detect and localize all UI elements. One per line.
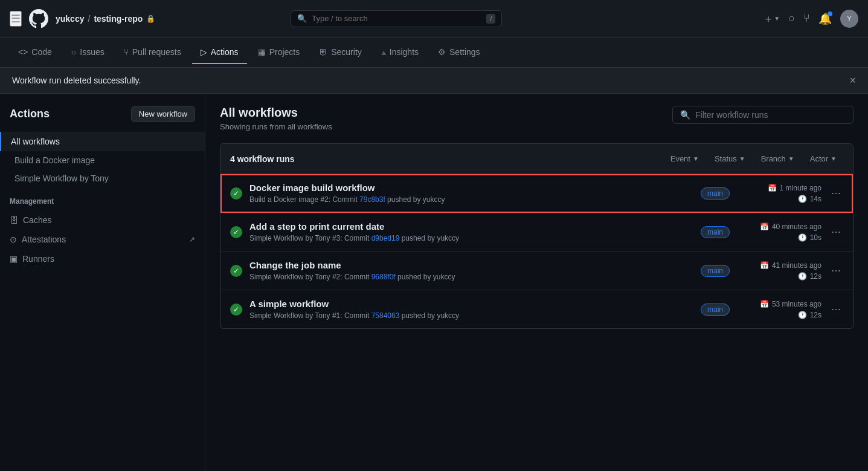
repo-link[interactable]: testing-repo [94, 14, 143, 24]
new-button[interactable]: ＋ ▼ [763, 11, 780, 26]
calendar-icon: 📅 [760, 223, 769, 231]
search-bar[interactable]: 🔍 / [291, 10, 502, 27]
filter-actor-label: Actor [810, 154, 828, 163]
sidebar-item-simple-workflow[interactable]: Simple Workflow by Tony [0, 169, 205, 187]
tab-insights-label: Insights [390, 47, 419, 57]
runners-label: Runners [22, 254, 54, 264]
run-subtitle: Build a Docker image #2: Commit 79c8b3f … [249, 195, 693, 204]
username-link[interactable]: yukccy [56, 14, 84, 24]
run-actions-button[interactable]: ⋯ [829, 262, 843, 279]
run-duration-value: 12s [810, 272, 821, 281]
repo-tabs: <> Code ○ Issues ⑂ Pull requests ▷ Actio… [0, 37, 868, 68]
run-subtitle: Simple Workflow by Tony #1: Commit 75840… [249, 311, 693, 320]
row-meta: 📅 1 minute ago 🕐 14s [737, 184, 821, 203]
settings-icon: ⚙ [438, 47, 446, 57]
tab-security[interactable]: ⛨ Security [310, 41, 370, 64]
banner-message: Workflow run deleted successfully. [12, 76, 141, 85]
run-actions-button[interactable]: ⋯ [829, 185, 843, 201]
row-meta: 📅 40 minutes ago 🕐 10s [737, 223, 821, 242]
row-meta: 📅 53 minutes ago 🕐 12s [737, 300, 821, 319]
filter-status-button[interactable]: Status ▼ [708, 151, 752, 166]
filter-event-button[interactable]: Event ▼ [664, 151, 706, 166]
sidebar-item-build-docker[interactable]: Build a Docker image [0, 151, 205, 169]
projects-icon: ▦ [258, 47, 266, 57]
run-duration: 🕐 12s [798, 272, 821, 281]
tab-pull-requests[interactable]: ⑂ Pull requests [115, 41, 190, 64]
filter-branch-chevron: ▼ [788, 155, 794, 162]
calendar-icon: 📅 [760, 261, 769, 270]
filter-event-label: Event [670, 154, 690, 163]
success-banner: Workflow run deleted successfully. × [0, 68, 868, 94]
github-logo [29, 9, 48, 28]
filter-actor-chevron: ▼ [831, 155, 837, 162]
run-duration-value: 14s [810, 195, 821, 203]
run-time-value: 53 minutes ago [772, 300, 821, 308]
sidebar-item-caches[interactable]: 🗄 Caches [0, 210, 205, 230]
pull-requests-button[interactable]: ⑂ [803, 12, 810, 25]
content-title-group: All workflows Showing runs from all work… [220, 106, 332, 131]
workflow-run-row[interactable]: ✓ A simple workflow Simple Workflow by T… [220, 290, 853, 328]
filter-actor-button[interactable]: Actor ▼ [803, 151, 843, 166]
tab-security-label: Security [331, 47, 362, 57]
sidebar: Actions New workflow All workflows Build… [0, 94, 205, 470]
tab-issues[interactable]: ○ Issues [63, 41, 113, 64]
filter-search-bar[interactable]: 🔍 [672, 106, 854, 124]
search-input[interactable] [312, 14, 481, 23]
clock-icon: 🕐 [798, 272, 807, 281]
run-duration-value: 12s [810, 311, 821, 319]
filter-search-icon: 🔍 [680, 110, 690, 120]
commit-link[interactable]: 9688f0f [371, 273, 396, 281]
row-content: Docker image build workflow Build a Dock… [249, 183, 693, 204]
filter-status-label: Status [715, 154, 737, 163]
avatar[interactable]: Y [840, 10, 858, 28]
sidebar-item-all-workflows[interactable]: All workflows [0, 132, 205, 151]
run-time-value: 1 minute ago [780, 184, 821, 192]
tab-code[interactable]: <> Code [10, 41, 60, 64]
issues-button[interactable]: ○ [788, 12, 795, 25]
banner-close-button[interactable]: × [849, 75, 856, 86]
tab-projects-label: Projects [269, 47, 300, 57]
tab-actions[interactable]: ▷ Actions [192, 41, 247, 64]
hamburger-button[interactable]: ☰ [10, 11, 22, 27]
workflow-table: 4 workflow runs Event ▼ Status ▼ Branch … [220, 143, 854, 329]
run-actions-button[interactable]: ⋯ [829, 301, 843, 317]
run-actions-button[interactable]: ⋯ [829, 224, 843, 240]
tab-insights[interactable]: ⟁ Insights [373, 41, 427, 64]
caches-icon: 🗄 [10, 215, 18, 225]
topnav-right: ＋ ▼ ○ ⑂ 🔔 Y [763, 10, 858, 28]
notifications-button[interactable]: 🔔 [818, 12, 832, 25]
sidebar-header: Actions New workflow [0, 106, 205, 132]
code-icon: <> [18, 47, 28, 57]
run-duration: 🕐 10s [798, 233, 821, 242]
run-time: 📅 40 minutes ago [760, 223, 821, 231]
sidebar-item-attestations[interactable]: ⊙ Attestations ↗ [0, 230, 205, 249]
run-duration: 🕐 14s [798, 195, 821, 203]
branch-badge: main [701, 226, 730, 238]
workflow-rows: ✓ Docker image build workflow Build a Do… [220, 174, 853, 328]
row-content: A simple workflow Simple Workflow by Ton… [249, 299, 693, 320]
filter-search-input[interactable] [695, 110, 846, 120]
commit-link[interactable]: 79c8b3f [359, 195, 385, 204]
workflow-run-row[interactable]: ✓ Docker image build workflow Build a Do… [220, 174, 853, 213]
tab-projects[interactable]: ▦ Projects [249, 41, 309, 64]
filter-branch-button[interactable]: Branch ▼ [754, 151, 801, 166]
commit-link[interactable]: d9bed19 [371, 234, 400, 242]
clock-icon: 🕐 [798, 195, 807, 203]
row-content: Add a step to print current date Simple … [249, 221, 693, 242]
run-subtitle: Simple Workflow by Tony #2: Commit 9688f… [249, 273, 693, 281]
filter-branch-label: Branch [761, 154, 786, 163]
workflow-run-row[interactable]: ✓ Add a step to print current date Simpl… [220, 213, 853, 252]
filter-event-chevron: ▼ [693, 155, 699, 162]
branch-badge: main [701, 187, 730, 200]
run-time-value: 41 minutes ago [772, 261, 821, 270]
commit-link[interactable]: 7584063 [371, 311, 400, 320]
new-workflow-button[interactable]: New workflow [131, 106, 195, 122]
tab-pr-label: Pull requests [132, 47, 181, 57]
sidebar-item-runners[interactable]: ▣ Runners [0, 249, 205, 268]
tab-settings[interactable]: ⚙ Settings [429, 41, 489, 64]
notification-dot [828, 11, 832, 16]
workflow-run-row[interactable]: ✓ Change the job name Simple Workflow by… [220, 252, 853, 290]
row-content: Change the job name Simple Workflow by T… [249, 260, 693, 281]
sidebar-title: Actions [10, 108, 50, 120]
management-section-title: Management [0, 187, 205, 210]
